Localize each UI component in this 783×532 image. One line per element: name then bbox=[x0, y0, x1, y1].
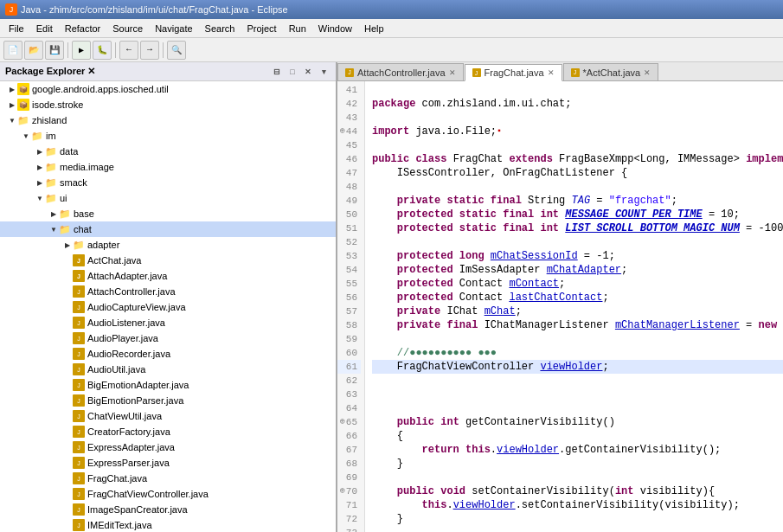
tab-close-fragchat[interactable]: ✕ bbox=[548, 68, 555, 77]
arrow-chatviewutil bbox=[62, 411, 73, 421]
tree-item-fragchatviewcontroller[interactable]: J FragChatViewController.java bbox=[0, 486, 336, 502]
tree-item-base[interactable]: ▶ 📁 base bbox=[0, 206, 336, 221]
menu-file[interactable]: File bbox=[3, 22, 29, 35]
tree-item-chat[interactable]: ▼ 📁 chat bbox=[0, 221, 336, 237]
ln-43: 43 bbox=[337, 111, 361, 125]
tab-fragchat[interactable]: J FragChat.java ✕ bbox=[465, 64, 562, 81]
tree-item-actchat[interactable]: J ActChat.java bbox=[0, 253, 336, 268]
menu-window[interactable]: Window bbox=[313, 22, 357, 35]
arrow-media: ▶ bbox=[35, 162, 45, 172]
icon-audiorecorder: J bbox=[73, 348, 85, 360]
ln-46: 46 bbox=[337, 152, 361, 166]
menu-navigate[interactable]: Navigate bbox=[150, 22, 197, 35]
titlebar-text: Java - zhim/src/com/zhisland/im/ui/chat/… bbox=[21, 4, 288, 15]
tree-item-adapter[interactable]: ▶ 📁 adapter bbox=[0, 237, 336, 253]
menu-help[interactable]: Help bbox=[359, 22, 389, 35]
tree-item-chatviewutil[interactable]: J ChatViewUtil.java bbox=[0, 408, 336, 424]
icon-audiocapture: J bbox=[73, 301, 85, 313]
menu-refactor[interactable]: Refactor bbox=[60, 22, 106, 35]
tree-item-attachcontroller[interactable]: J AttachController.java bbox=[0, 284, 336, 299]
label-base: base bbox=[74, 208, 94, 219]
run-button[interactable]: ▶ bbox=[72, 41, 91, 60]
tree-item-audiolistener[interactable]: J AudioListener.java bbox=[0, 315, 336, 330]
open-button[interactable]: 📂 bbox=[24, 41, 43, 60]
label-audioplayer: AudioPlayer.java bbox=[87, 333, 158, 343]
tree-item-attachadapter[interactable]: J AttachAdapter.java bbox=[0, 268, 336, 284]
forward-button[interactable]: → bbox=[140, 41, 159, 60]
tree-item-audioplayer[interactable]: J AudioPlayer.java bbox=[0, 330, 336, 346]
pe-close[interactable]: ✕ bbox=[301, 65, 315, 79]
pe-menu[interactable]: ▾ bbox=[317, 65, 331, 79]
tab-actchat[interactable]: J *ActChat.java ✕ bbox=[563, 63, 659, 80]
menu-search[interactable]: Search bbox=[200, 22, 241, 35]
tab-label-fragchat: FragChat.java bbox=[485, 67, 544, 78]
code-editor: 41 42 43 44 45 46 47 48 49 50 51 52 53 5… bbox=[337, 81, 783, 532]
tree-item-imedittext[interactable]: J IMEditText.java bbox=[0, 517, 336, 532]
ln-61: 61 bbox=[337, 360, 361, 374]
tree-item-expressadapter[interactable]: J ExpressAdapter.java bbox=[0, 439, 336, 455]
code-line-65: public int getContainerVisibility() bbox=[372, 415, 783, 429]
arrow-chat: ▼ bbox=[48, 224, 59, 234]
line-numbers: 41 42 43 44 45 46 47 48 49 50 51 52 53 5… bbox=[337, 81, 365, 532]
tree-item-ui[interactable]: ▼ 📁 ui bbox=[0, 190, 336, 206]
tab-close-attachcontroller[interactable]: ✕ bbox=[449, 68, 456, 77]
pe-tree[interactable]: ▶ 📦 google.android.apps.iosched.util ▶ 📦… bbox=[0, 81, 336, 532]
tree-item-creatorfactory[interactable]: J CreatorFactory.java bbox=[0, 424, 336, 439]
tree-item-imagespancreator[interactable]: J ImageSpanCreator.java bbox=[0, 502, 336, 517]
icon-adapter: 📁 bbox=[73, 239, 85, 251]
code-line-63 bbox=[372, 388, 783, 401]
search-btn[interactable]: 🔍 bbox=[167, 41, 186, 60]
pe-minimize[interactable]: ⊟ bbox=[270, 65, 284, 79]
code-line-49: private static final String TAG = "fragc… bbox=[372, 194, 783, 208]
tree-item-google-util[interactable]: ▶ 📦 google.android.apps.iosched.util bbox=[0, 81, 336, 97]
menu-run[interactable]: Run bbox=[284, 22, 311, 35]
ln-48: 48 bbox=[337, 180, 361, 194]
debug-button[interactable]: 🐛 bbox=[93, 41, 112, 60]
icon-audiolistener: J bbox=[73, 317, 85, 329]
new-button[interactable]: 📄 bbox=[3, 41, 22, 60]
tree-item-bigemotionparser[interactable]: J BigEmotionParser.java bbox=[0, 393, 336, 408]
label-isode: isode.stroke bbox=[32, 99, 83, 110]
label-imedittext: IMEditText.java bbox=[87, 520, 152, 530]
ln-47: 47 bbox=[337, 166, 361, 180]
ln-62: 62 bbox=[337, 374, 361, 388]
tree-item-audiocapture[interactable]: J AudioCaptureView.java bbox=[0, 299, 336, 315]
icon-bigemotionparser: J bbox=[73, 394, 85, 407]
tab-close-actchat[interactable]: ✕ bbox=[644, 68, 651, 77]
tree-item-data[interactable]: ▶ 📁 data bbox=[0, 144, 336, 159]
tab-attachcontroller[interactable]: J AttachController.java ✕ bbox=[337, 63, 464, 80]
arrow-fragchat bbox=[62, 473, 73, 484]
tree-item-expressparser[interactable]: J ExpressParser.java bbox=[0, 455, 336, 471]
ln-70: 70 bbox=[337, 484, 361, 498]
arrow-creatorfactory bbox=[62, 426, 73, 437]
arrow-audiolistener bbox=[62, 317, 73, 328]
tree-item-audiorecorder[interactable]: J AudioRecorder.java bbox=[0, 346, 336, 362]
label-chatviewutil: ChatViewUtil.java bbox=[87, 411, 162, 421]
arrow-imagespancreator bbox=[62, 504, 73, 515]
ln-68: 68 bbox=[337, 457, 361, 471]
code-line-44: import java.io.File; ▪ bbox=[372, 125, 783, 138]
menu-project[interactable]: Project bbox=[241, 22, 281, 35]
code-line-53: protected long mChatSessionId = -1; bbox=[372, 249, 783, 263]
editor-tabs: J AttachController.java ✕ J FragChat.jav… bbox=[337, 62, 783, 81]
tree-item-isode[interactable]: ▶ 📦 isode.stroke bbox=[0, 97, 336, 112]
tree-item-fragchat[interactable]: J FragChat.java bbox=[0, 471, 336, 486]
tree-item-smack[interactable]: ▶ 📁 smack bbox=[0, 175, 336, 190]
save-button[interactable]: 💾 bbox=[45, 41, 64, 60]
tree-item-bigemotionadapter[interactable]: J BigEmotionAdapter.java bbox=[0, 377, 336, 393]
code-content[interactable]: package com.zhisland.im.ui.chat; import … bbox=[365, 81, 783, 532]
code-line-69 bbox=[372, 471, 783, 484]
arrow-audiorecorder bbox=[62, 349, 73, 359]
code-line-51: protected static final int LIST_SCROLL_B… bbox=[372, 221, 783, 235]
pe-maximize[interactable]: □ bbox=[286, 65, 299, 79]
code-line-58: private final IChatManagerListener mChat… bbox=[372, 318, 783, 332]
tree-item-zhisland[interactable]: ▼ 📁 zhisland bbox=[0, 112, 336, 128]
tree-item-im[interactable]: ▼ 📁 im bbox=[0, 128, 336, 144]
menu-source[interactable]: Source bbox=[107, 22, 148, 35]
tree-item-audioutil[interactable]: J AudioUtil.java bbox=[0, 362, 336, 377]
ln-58: 58 bbox=[337, 318, 361, 332]
menu-edit[interactable]: Edit bbox=[31, 22, 58, 35]
tree-item-media[interactable]: ▶ 📁 media.image bbox=[0, 159, 336, 175]
back-button[interactable]: ← bbox=[119, 41, 138, 60]
code-line-70: public void setContainerVisibility( int … bbox=[372, 484, 783, 498]
